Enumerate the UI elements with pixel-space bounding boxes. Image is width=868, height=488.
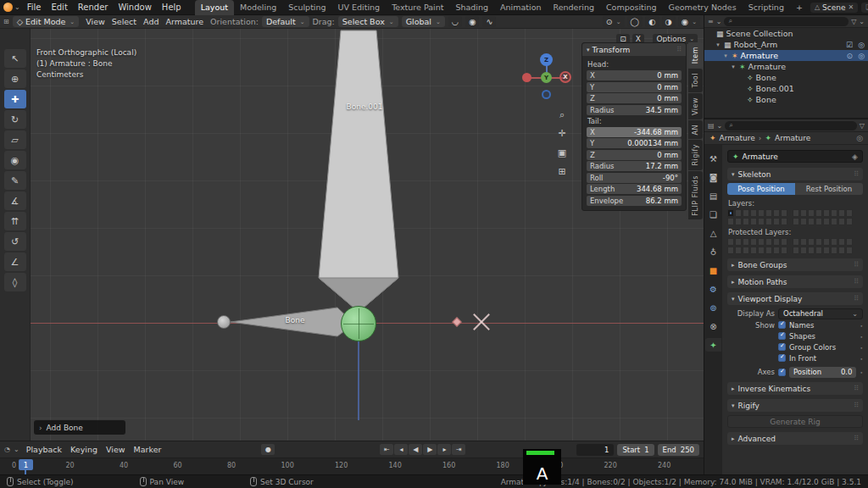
layer-toggle[interactable] xyxy=(758,209,765,217)
transform-field[interactable]: X -344.68 mm xyxy=(587,127,682,137)
outliner-options-caret-icon[interactable]: ⌄ xyxy=(859,18,865,25)
layer-toggle[interactable] xyxy=(831,209,837,217)
section-skeleton[interactable]: Skeleton ⠿ xyxy=(727,168,863,180)
layer-toggle[interactable] xyxy=(846,209,853,217)
checkbox[interactable] xyxy=(778,354,786,362)
n-panel-tab[interactable]: Tool xyxy=(688,69,703,92)
transform-field[interactable]: Roll -90° xyxy=(587,173,682,183)
layer-toggle[interactable] xyxy=(781,218,787,225)
outliner-search-input[interactable]: ⌕ xyxy=(724,17,849,26)
layer-toggle[interactable] xyxy=(831,238,837,246)
layer-toggle[interactable] xyxy=(781,247,787,254)
layer-toggle[interactable] xyxy=(781,209,787,217)
disclosure-arrow-icon[interactable]: ▾ xyxy=(722,53,729,59)
layer-toggle[interactable] xyxy=(800,247,807,254)
workspace-tab[interactable]: Geometry Nodes xyxy=(663,0,743,15)
layer-toggle[interactable] xyxy=(823,238,830,246)
animate-property-dot[interactable] xyxy=(860,321,863,330)
viewport-menu[interactable]: View xyxy=(82,17,108,26)
current-frame-field[interactable]: 1 xyxy=(576,444,614,456)
layer-toggle[interactable] xyxy=(758,218,765,225)
properties-filter-icon[interactable]: ▽ xyxy=(860,122,865,130)
layer-toggle[interactable] xyxy=(727,209,734,217)
transform-panel-header[interactable]: Transform ⠿ xyxy=(582,43,686,56)
workspace-tab[interactable]: Modeling xyxy=(234,0,282,15)
outliner-row[interactable]: ▾ ✶ Armature xyxy=(704,61,868,72)
proportional-editing-toggle[interactable]: ◉ xyxy=(465,16,479,27)
layer-toggle[interactable] xyxy=(846,238,853,246)
properties-search-input[interactable]: ⌕ xyxy=(725,121,857,130)
outliner-row[interactable]: ▾ ✶ Armature ⊙ ◎ xyxy=(704,50,868,61)
layer-toggle[interactable] xyxy=(781,238,787,246)
outliner-row[interactable]: ▾ ▦ Robot_Arm ☑ ◎ xyxy=(704,39,868,50)
viewport-3d[interactable]: ⊡ X Options Front Orthographic (Local) (… xyxy=(31,29,704,441)
layer-toggle[interactable] xyxy=(773,247,780,254)
pin-icon[interactable]: ◎ xyxy=(856,134,863,142)
disclosure-arrow-icon[interactable]: ▾ xyxy=(730,64,737,70)
layer-toggle[interactable] xyxy=(838,238,845,246)
editor-type-timeline-icon[interactable]: ◔ xyxy=(4,446,10,453)
shading-wireframe-button[interactable]: ◯ xyxy=(627,16,643,27)
properties-caret-icon[interactable]: ⌄ xyxy=(717,122,723,130)
layer-toggle[interactable] xyxy=(773,238,780,246)
layer-toggle[interactable] xyxy=(735,218,742,225)
bone-envelope-tool[interactable]: ◊ xyxy=(4,273,26,291)
layer-toggle[interactable] xyxy=(823,247,830,254)
transform-field[interactable]: Z 0 mm xyxy=(587,93,682,103)
workspace-tab[interactable]: + xyxy=(790,0,809,15)
layer-toggle[interactable] xyxy=(815,209,822,217)
transform-field[interactable]: Length 344.68 mm xyxy=(587,184,682,194)
layer-toggle[interactable] xyxy=(808,209,815,217)
topbar-menu[interactable]: Help xyxy=(157,2,186,13)
topbar-menu[interactable]: Window xyxy=(113,2,156,13)
layer-toggle[interactable] xyxy=(800,209,807,217)
frame-start-field[interactable]: Start 1 xyxy=(617,444,654,456)
layer-toggle[interactable] xyxy=(838,247,845,254)
tab-render[interactable]: ◙ xyxy=(705,170,721,184)
workspace-tab[interactable]: Rendering xyxy=(547,0,600,15)
extrude-tool[interactable]: ⇈ xyxy=(4,212,26,230)
workspace-tab[interactable]: Layout xyxy=(195,0,234,15)
outliner-row[interactable]: ✧ Bone.001 xyxy=(704,83,868,94)
panel-grip-icon[interactable]: ⠿ xyxy=(676,46,682,53)
jump-to-end-button[interactable]: ⇥ xyxy=(452,444,465,455)
snap-magnet-toggle[interactable]: ◡ xyxy=(448,16,462,27)
tab-world[interactable]: ♁ xyxy=(705,245,721,258)
unlink-scene-icon[interactable]: ✕ xyxy=(849,3,854,11)
grid-toggle-icon[interactable]: ⊞ xyxy=(554,164,570,179)
animate-property-dot[interactable] xyxy=(860,332,863,341)
section-motion-paths[interactable]: Motion Paths ⠿ xyxy=(727,275,863,288)
outliner-caret-icon[interactable]: ⌄ xyxy=(716,18,722,25)
tab-scene[interactable]: △ xyxy=(705,226,721,240)
bone-001-shape[interactable] xyxy=(319,30,398,312)
layer-toggle[interactable] xyxy=(727,218,734,225)
layer-toggle[interactable] xyxy=(808,247,815,254)
display-as-dropdown[interactable]: Octahedral ⌄ xyxy=(778,308,863,319)
tab-view-layer[interactable]: ❏ xyxy=(705,208,721,221)
outliner-row[interactable]: ▦ Scene Collection xyxy=(704,28,868,39)
roll-tool[interactable]: ↺ xyxy=(4,232,26,251)
editor-type-outliner-icon[interactable]: ≡ xyxy=(708,18,714,25)
viewport-menu[interactable]: Armature xyxy=(162,17,207,26)
topbar-menu[interactable]: File xyxy=(22,2,47,13)
checkbox[interactable] xyxy=(778,321,786,329)
section-viewport-display[interactable]: Viewport Display ⠿ xyxy=(727,292,863,305)
animate-property-dot[interactable] xyxy=(860,354,863,363)
layer-toggle[interactable] xyxy=(765,238,772,246)
viewport-menu[interactable]: Add xyxy=(140,17,162,26)
shear-tool[interactable]: ∠ xyxy=(4,252,26,271)
outliner-row[interactable]: ✧ Bone xyxy=(704,94,868,105)
transform-field[interactable]: Radius 17.2 mm xyxy=(587,161,682,171)
layer-toggle[interactable] xyxy=(838,209,845,217)
transform-orientation-dropdown[interactable]: Global xyxy=(402,16,445,27)
layer-toggle[interactable] xyxy=(743,247,749,254)
next-keyframe-button[interactable]: ▸ xyxy=(437,444,451,455)
visibility-toggle-icon[interactable]: ☑ xyxy=(846,41,853,49)
layer-toggle[interactable] xyxy=(735,238,742,246)
layer-toggle[interactable] xyxy=(793,218,799,225)
transform-field[interactable]: Z 0 mm xyxy=(587,150,682,160)
layer-toggle[interactable] xyxy=(793,247,799,254)
rest-position-button[interactable]: Rest Position xyxy=(795,183,863,195)
visibility-toggle-icon[interactable]: ⊙ xyxy=(847,52,854,60)
drag-dropdown[interactable]: Select Box xyxy=(338,16,398,27)
